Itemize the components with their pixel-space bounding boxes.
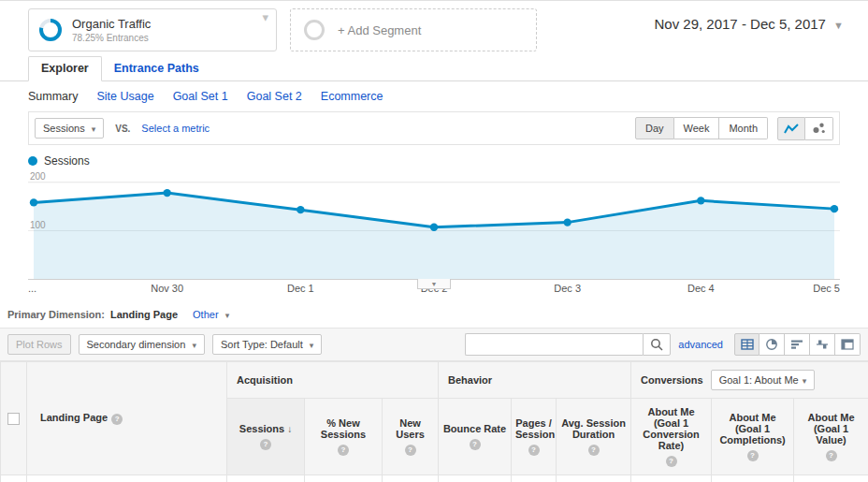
- bar-chart-icon: [790, 339, 803, 350]
- granularity-day[interactable]: Day: [635, 117, 674, 139]
- line-chart-view-button[interactable]: [777, 117, 805, 140]
- help-icon[interactable]: ?: [405, 445, 416, 456]
- chevron-down-icon: ▾: [225, 311, 230, 320]
- landing-page-label: Landing Page: [40, 412, 108, 423]
- metric-cell-new-users: 851% of Total: 78.94% (1,078): [383, 475, 439, 482]
- segment-circle-icon: [304, 20, 325, 40]
- metric-cell-avg-session-duration: 00:01:14Avg for View: 00:01:24 (-11.90%): [557, 475, 631, 482]
- motion-chart-view-button[interactable]: [805, 117, 833, 140]
- segment-bar: Organic Traffic 78.25% Entrances ▾ + Add…: [0, 1, 868, 57]
- granularity-month[interactable]: Month: [719, 117, 768, 139]
- x-tick-label: Dec 3: [554, 283, 581, 294]
- column-label: Bounce Rate: [443, 423, 506, 434]
- table-search: advanced: [465, 333, 861, 356]
- search-button[interactable]: [643, 333, 671, 356]
- subtab-site-usage[interactable]: Site Usage: [96, 90, 153, 102]
- sort-type-label: Sort Type:: [221, 339, 268, 350]
- advanced-search-link[interactable]: advanced: [678, 339, 723, 350]
- chevron-down-icon[interactable]: ▾: [262, 10, 268, 24]
- add-segment-label: + Add Segment: [338, 23, 421, 37]
- help-icon[interactable]: ?: [666, 456, 677, 467]
- x-tick-label: Dec 4: [687, 283, 715, 294]
- metric-cell-bounce-rate: 81.64%Avg for View: 78.33% (4.23%): [439, 475, 512, 482]
- plot-rows-button[interactable]: Plot Rows: [7, 334, 71, 355]
- chart-legend: Sessions: [28, 153, 868, 169]
- segment-name: Organic Traffic: [72, 17, 151, 31]
- tab-entrance-paths[interactable]: Entrance Paths: [102, 57, 211, 80]
- column-label: New Users: [396, 417, 425, 440]
- row-label: Organic Traffic: [27, 475, 227, 482]
- help-icon[interactable]: ?: [338, 445, 349, 456]
- group-label: Acquisition: [237, 374, 293, 386]
- chevron-down-icon: ▾: [310, 341, 314, 350]
- granularity-week[interactable]: Week: [674, 117, 720, 139]
- column-label: % New Sessions: [321, 417, 366, 440]
- segment-donut-icon: [38, 18, 63, 42]
- percentage-view-button[interactable]: [760, 333, 785, 356]
- column-header-about-me-goal-1-conversion-rate[interactable]: About Me (Goal 1 Conversion Rate)?: [631, 399, 712, 475]
- goal-selector[interactable]: Goal 1: About Me▾: [711, 370, 816, 390]
- subtab-goal-set-2[interactable]: Goal Set 2: [247, 90, 302, 102]
- tab-explorer[interactable]: Explorer: [28, 56, 102, 81]
- chart-type-group: [777, 117, 833, 140]
- chart-controls: DayWeekMonth: [635, 117, 833, 140]
- x-tick-label: Dec 5: [813, 283, 840, 294]
- row-checkbox-cell[interactable]: [1, 475, 27, 482]
- help-icon[interactable]: ?: [826, 450, 837, 461]
- search-icon: [650, 338, 663, 351]
- column-header-bounce-rate[interactable]: Bounce Rate?: [439, 399, 512, 475]
- subtab-goal-set-1[interactable]: Goal Set 1: [173, 90, 228, 102]
- chevron-down-icon: ▾: [192, 341, 196, 350]
- add-segment-button[interactable]: + Add Segment: [290, 8, 537, 51]
- primary-dimension-landing-page[interactable]: Landing Page: [110, 309, 178, 320]
- other-label: Other: [193, 309, 219, 320]
- column-header-about-me-goal-1-completions[interactable]: About Me (Goal 1 Completions)?: [712, 399, 794, 475]
- subtab-summary[interactable]: Summary: [28, 90, 78, 102]
- column-header-new-sessions[interactable]: % New Sessions?: [305, 399, 383, 475]
- primary-dimension-other[interactable]: Other ▾: [193, 309, 229, 320]
- help-icon[interactable]: ?: [260, 439, 271, 450]
- subtab-ecommerce[interactable]: Ecommerce: [321, 90, 383, 102]
- secondary-dimension-button[interactable]: Secondary dimension ▾: [79, 334, 205, 355]
- metric-cell-about-me-goal-1-conversion-rate: 0.41%Avg for View: 0.89% (-53.53%): [631, 475, 712, 482]
- column-header-pages-session[interactable]: Pages / Session?: [512, 399, 557, 475]
- metric-selector-label: Sessions: [43, 123, 85, 134]
- motion-chart-icon: [812, 122, 826, 135]
- sort-type-button[interactable]: Sort Type: Default ▾: [212, 334, 322, 355]
- y-tick-label: 100: [30, 220, 46, 230]
- column-header-avg-session-duration[interactable]: Avg. Session Duration?: [557, 399, 631, 475]
- column-header-new-users[interactable]: New Users?: [383, 399, 439, 475]
- help-icon[interactable]: ?: [111, 414, 123, 425]
- pivot-view-button[interactable]: [835, 333, 861, 356]
- table-view-group: [734, 333, 861, 356]
- segment-chip-text: Organic Traffic 78.25% Entrances: [72, 17, 151, 43]
- select-all-checkbox[interactable]: [7, 413, 20, 425]
- column-header-sessions[interactable]: Sessions↓?: [227, 399, 305, 475]
- series-color-dot: [28, 156, 37, 166]
- select-metric-link[interactable]: Select a metric: [141, 123, 210, 134]
- chart-expand-tab[interactable]: ▼: [417, 279, 451, 289]
- column-header-about-me-goal-1-value[interactable]: About Me (Goal 1 Value)?: [794, 399, 868, 475]
- chevron-down-icon: ▾: [803, 376, 807, 386]
- help-icon[interactable]: ?: [470, 439, 481, 450]
- chevron-down-icon: ▼: [431, 281, 438, 287]
- y-tick-label: 200: [30, 171, 46, 182]
- column-label: Pages / Session: [515, 417, 555, 440]
- table-view-icon: [741, 339, 754, 350]
- data-view-button[interactable]: [734, 333, 760, 356]
- help-icon[interactable]: ?: [588, 445, 600, 456]
- vs-label: VS.: [115, 124, 130, 134]
- search-input[interactable]: [465, 333, 643, 356]
- help-icon[interactable]: ?: [747, 450, 759, 461]
- metric-selector-dropdown[interactable]: Sessions ▾: [35, 118, 104, 139]
- chevron-down-icon: ▾: [92, 124, 96, 134]
- help-icon[interactable]: ?: [528, 445, 540, 456]
- performance-view-button[interactable]: [785, 333, 810, 356]
- segment-subtitle: 78.25% Entrances: [72, 33, 151, 43]
- comparison-view-button[interactable]: [810, 333, 835, 356]
- column-header-landing-page[interactable]: Landing Page?: [27, 362, 227, 475]
- segment-chip[interactable]: Organic Traffic 78.25% Entrances ▾: [28, 8, 277, 51]
- date-range-selector[interactable]: Nov 29, 2017 - Dec 5, 2017 ▼: [654, 8, 844, 32]
- table-toolbar: Plot Rows Secondary dimension ▾ Sort Typ…: [0, 328, 868, 361]
- group-header-acquisition: Acquisition: [227, 362, 439, 399]
